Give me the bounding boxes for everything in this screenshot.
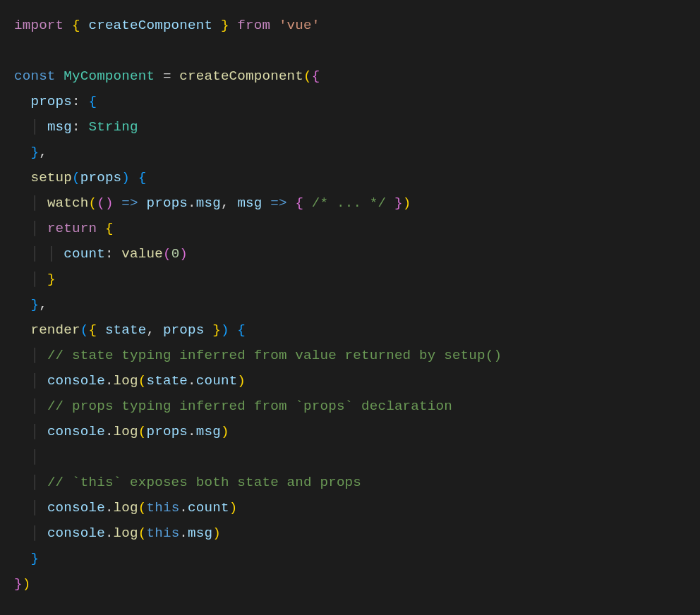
comment-state: // state typing inferred from value retu…: [47, 348, 502, 363]
param-props: props: [80, 170, 122, 185]
ref-console-2: console: [47, 424, 105, 439]
type-string: String: [88, 119, 138, 135]
keyword-this-2: this: [146, 525, 179, 541]
keyword-import: import: [14, 18, 64, 33]
code-block: import { createComponent } from 'vue' co…: [0, 0, 700, 609]
ident-mycomponent: MyComponent: [64, 68, 155, 84]
param-msg: msg: [237, 195, 262, 211]
prop-count: count: [64, 246, 105, 262]
ref-state: state: [146, 373, 188, 389]
call-log-2: log: [114, 424, 138, 439]
method-render: render: [30, 322, 80, 338]
ref-count-2: count: [188, 500, 229, 516]
method-setup: setup: [30, 170, 72, 185]
ref-count: count: [196, 373, 238, 389]
ref-msg-2: msg: [196, 424, 221, 439]
call-value: value: [121, 246, 163, 262]
call-createComponent: createComponent: [179, 68, 303, 84]
prop-msg: msg: [47, 119, 72, 135]
call-watch: watch: [47, 195, 89, 211]
param-state: state: [105, 322, 147, 338]
comment-this: // `this` exposes both state and props: [47, 475, 361, 490]
ref-msg-3: msg: [188, 525, 212, 541]
ref-console: console: [47, 373, 105, 389]
keyword-from: from: [237, 18, 270, 33]
ident-createComponent: createComponent: [88, 18, 212, 33]
ref-msg: msg: [196, 195, 221, 211]
comment-ellipsis: /* ... */: [312, 195, 386, 211]
ref-props: props: [146, 195, 188, 211]
string-vue: 'vue': [279, 18, 320, 33]
call-log-4: log: [114, 525, 138, 541]
ref-console-3: console: [47, 500, 105, 516]
comment-props: // props typing inferred from `props` de…: [47, 398, 452, 414]
call-log: log: [114, 373, 138, 389]
number-zero: 0: [171, 246, 180, 262]
ref-console-4: console: [47, 525, 105, 541]
keyword-const: const: [14, 68, 56, 84]
call-log-3: log: [114, 500, 138, 516]
param-props-2: props: [163, 322, 205, 338]
ref-props-2: props: [146, 424, 188, 439]
prop-props: props: [30, 94, 72, 109]
keyword-return: return: [47, 221, 97, 236]
keyword-this: this: [146, 500, 179, 516]
